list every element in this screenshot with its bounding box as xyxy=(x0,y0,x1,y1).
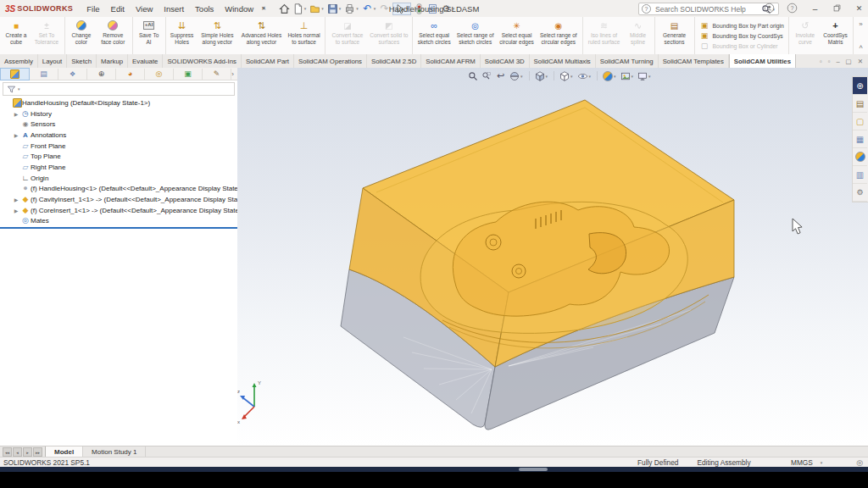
expand-arrow[interactable]: ▶ xyxy=(12,208,20,214)
ribbon-button[interactable]: ▣Bounding Box by CoordSys xyxy=(699,30,784,41)
motion-nav-1[interactable]: ◂ xyxy=(13,447,22,457)
design-library-button[interactable]: ▤ xyxy=(853,95,867,113)
collapse-ribbon-icon[interactable]: ˄ xyxy=(859,43,863,51)
tree-item[interactable]: ▱Front Plane xyxy=(0,141,237,152)
panel-tab-configurationmanager[interactable]: ❖ xyxy=(58,69,87,80)
minimize-icon[interactable]: – xyxy=(836,58,839,65)
view-palette-button[interactable]: ▦ xyxy=(853,130,867,148)
search-input[interactable] xyxy=(654,4,760,14)
units-selector[interactable]: MMGS ▾ xyxy=(791,458,823,467)
user-button[interactable] xyxy=(764,3,775,15)
ribbon-button[interactable]: ◉Select range of circular edges xyxy=(537,18,580,53)
undo-button[interactable]: ↶▾ xyxy=(362,3,377,14)
tree-item[interactable]: ◎Mates xyxy=(0,216,237,227)
tree-item[interactable]: ∟Origin xyxy=(0,173,237,184)
open-button[interactable]: ▾ xyxy=(309,3,325,14)
chevron-down-icon[interactable]: ▾ xyxy=(406,6,409,11)
close-button[interactable]: ✕ xyxy=(854,3,865,14)
overflow-icon[interactable]: » xyxy=(859,20,863,28)
model-3d-view[interactable]: Y z x xyxy=(237,68,868,446)
tree-item[interactable]: ▱Top Plane xyxy=(0,151,237,162)
home-button[interactable] xyxy=(279,3,290,14)
tab-solidcam-turning[interactable]: SolidCAM Turning xyxy=(596,54,659,68)
ribbon-button[interactable]: +AISave To AI xyxy=(135,18,164,53)
custom-properties-button[interactable]: ▥ xyxy=(853,166,867,184)
ribbon-button[interactable]: ∞Select equal sketch circles xyxy=(415,18,453,53)
solidworks-resources-button[interactable]: ⊕ xyxy=(853,77,867,95)
scroll-handle[interactable] xyxy=(519,468,548,471)
expand-arrow[interactable]: ▶ xyxy=(12,132,20,138)
tab-solidworks-add-ins[interactable]: SOLIDWORKS Add-Ins xyxy=(163,54,241,68)
ribbon-button[interactable]: ■Create a cube xyxy=(2,18,31,53)
minimize-button[interactable]: – xyxy=(810,3,821,14)
panel-tab-propertymanager[interactable]: ▤ xyxy=(30,69,58,80)
help-button[interactable]: ? xyxy=(787,3,798,15)
menu-view[interactable]: View xyxy=(136,4,153,14)
tree-item[interactable]: ▶◆(f) CoreInsert_1<1> -> (Default<<Defau… xyxy=(0,205,237,216)
pin-icon[interactable]: ✦ xyxy=(259,3,269,14)
ribbon-button[interactable]: +CoordSys Matris xyxy=(820,18,852,53)
panel-expand-icon[interactable]: › xyxy=(231,70,237,78)
chevron-down-icon[interactable]: ▾ xyxy=(356,6,359,11)
tab-solidcam-3d[interactable]: SolidCAM 3D xyxy=(481,54,530,68)
tree-item[interactable]: HandleHousing (Default<Display State-1>) xyxy=(0,97,237,108)
tile-icon[interactable]: ▫ xyxy=(828,58,831,65)
cascade-icon[interactable]: ▫ xyxy=(820,58,822,65)
tab-assembly[interactable]: Assembly xyxy=(0,54,38,68)
tab-solidcam-templates[interactable]: SolidCAM Templates xyxy=(659,54,729,68)
tab-layout[interactable]: Layout xyxy=(38,54,67,68)
redo-button[interactable]: ↷ xyxy=(379,3,390,14)
panel-tab-featuremanager[interactable] xyxy=(0,68,30,80)
select-cursor-button[interactable]: ▾ xyxy=(392,3,411,15)
tab-solidcam-operations[interactable]: SolidCAM Operations xyxy=(294,54,367,68)
tab-solidcam-part[interactable]: SolidCAM Part xyxy=(242,54,294,68)
close-icon[interactable]: ✕ xyxy=(858,58,863,65)
options-button[interactable]: ⚙▾ xyxy=(441,3,456,14)
expand-arrow[interactable]: ▶ xyxy=(12,111,20,117)
tree-item[interactable]: ▶◷History xyxy=(0,108,237,119)
ribbon-button[interactable]: Change color xyxy=(67,18,96,53)
tab-solidcam-utilities[interactable]: SolidCAM Utilities xyxy=(729,54,796,68)
filter-funnel-icon[interactable] xyxy=(6,84,17,95)
print-button[interactable]: ▾ xyxy=(344,3,359,14)
tab-solidcam-afrm[interactable]: SolidCAM AFRM xyxy=(421,54,481,68)
graphics-viewport[interactable]: ↩▾▾▾▾▾▾▾ xyxy=(237,68,868,446)
chevron-down-icon[interactable]: ▾ xyxy=(339,6,342,11)
file-properties-button[interactable] xyxy=(427,3,438,14)
ribbon-button[interactable]: ✳Select equal circular edges xyxy=(497,18,537,53)
new-document-button[interactable]: ▾ xyxy=(292,3,308,14)
chevron-down-icon[interactable]: ▾ xyxy=(321,6,324,11)
ribbon-button[interactable]: ▣Bounding Box by Part origin xyxy=(699,20,784,30)
search-box[interactable]: ? ▾ xyxy=(638,3,779,15)
menu-edit[interactable]: Edit xyxy=(111,4,125,14)
chevron-down-icon[interactable]: ▾ xyxy=(453,6,455,11)
appearances-scenes-button[interactable] xyxy=(853,148,867,166)
ribbon-button[interactable]: Remove face color xyxy=(96,18,131,53)
ribbon-button[interactable]: ⇊Suppress Holes xyxy=(168,18,197,53)
tab-solidcam-2-5d[interactable]: SolidCAM 2.5D xyxy=(367,54,421,68)
ribbon-button[interactable]: ⇅Simple Holes along vector xyxy=(197,18,238,53)
solidcam-pane-button[interactable]: ⚙ xyxy=(853,184,867,202)
restore-button[interactable] xyxy=(832,3,842,14)
rebuild-button[interactable] xyxy=(414,3,425,14)
file-explorer-button[interactable]: ▢ xyxy=(853,113,867,130)
motion-nav-0[interactable]: ◂◂ xyxy=(3,447,12,457)
panel-tab-sustainability[interactable]: ✎ xyxy=(203,69,231,80)
chevron-down-icon[interactable]: ▾ xyxy=(304,6,307,11)
ribbon-button[interactable]: ▤Generate sections xyxy=(657,18,693,53)
tree-item[interactable]: ▱Right Plane xyxy=(0,162,237,173)
chevron-down-icon[interactable]: ▾ xyxy=(18,86,20,92)
ribbon-button[interactable]: ⊥Holes normal to surface xyxy=(285,18,323,53)
tree-filter[interactable]: ▾ xyxy=(3,82,235,96)
menu-tools[interactable]: Tools xyxy=(195,4,214,14)
tab-sketch[interactable]: Sketch xyxy=(67,54,97,68)
menu-file[interactable]: File xyxy=(86,4,99,14)
chevron-down-icon[interactable]: ▾ xyxy=(374,6,376,11)
menu-window[interactable]: Window xyxy=(225,4,253,14)
panel-tab-displaymanager[interactable]: ◕ xyxy=(116,69,145,80)
tab-markup[interactable]: Markup xyxy=(97,54,128,68)
tree-item[interactable]: ▶◆(f) CavityInsert_1<1> -> (Default<<Def… xyxy=(0,194,237,205)
menu-insert[interactable]: Insert xyxy=(164,4,184,14)
tree-item[interactable]: ◉Sensors xyxy=(0,119,237,130)
expand-arrow[interactable]: ▶ xyxy=(12,197,20,202)
